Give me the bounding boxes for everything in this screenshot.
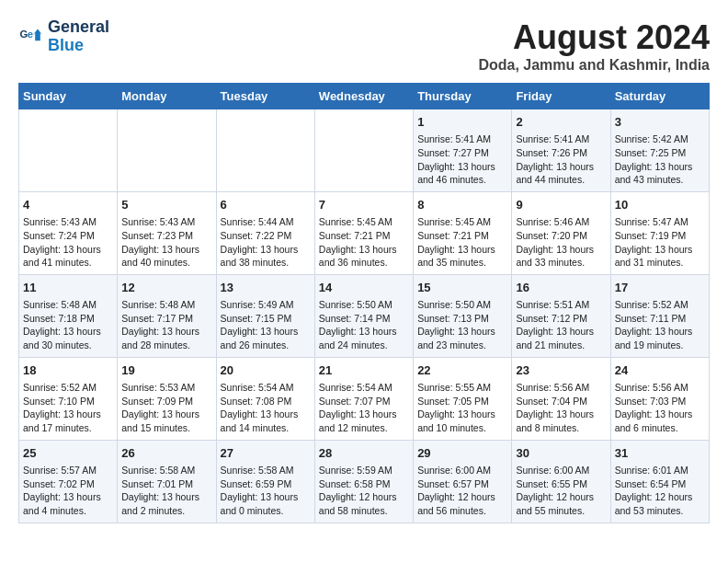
day-number: 12 bbox=[121, 280, 211, 296]
day-cell: 4Sunrise: 5:43 AM Sunset: 7:24 PM Daylig… bbox=[19, 191, 118, 274]
day-cell: 27Sunrise: 5:58 AM Sunset: 6:59 PM Dayli… bbox=[216, 440, 314, 523]
day-info: Sunrise: 5:52 AM Sunset: 7:10 PM Dayligh… bbox=[23, 381, 113, 435]
day-number: 10 bbox=[615, 197, 705, 213]
day-info: Sunrise: 5:51 AM Sunset: 7:12 PM Dayligh… bbox=[516, 298, 606, 352]
day-info: Sunrise: 5:48 AM Sunset: 7:17 PM Dayligh… bbox=[121, 298, 211, 352]
day-cell bbox=[314, 109, 413, 192]
day-number: 8 bbox=[417, 197, 507, 213]
day-cell: 6Sunrise: 5:44 AM Sunset: 7:22 PM Daylig… bbox=[216, 191, 314, 274]
day-cell: 20Sunrise: 5:54 AM Sunset: 7:08 PM Dayli… bbox=[216, 357, 314, 440]
day-info: Sunrise: 5:58 AM Sunset: 6:59 PM Dayligh… bbox=[221, 464, 311, 518]
week-row-5: 25Sunrise: 5:57 AM Sunset: 7:02 PM Dayli… bbox=[19, 440, 710, 523]
day-info: Sunrise: 5:41 AM Sunset: 7:27 PM Dayligh… bbox=[417, 132, 507, 187]
day-cell: 3Sunrise: 5:42 AM Sunset: 7:25 PM Daylig… bbox=[610, 109, 709, 192]
svg-marker-2 bbox=[32, 29, 42, 40]
day-cell: 16Sunrise: 5:51 AM Sunset: 7:12 PM Dayli… bbox=[512, 274, 610, 357]
day-info: Sunrise: 5:56 AM Sunset: 7:04 PM Dayligh… bbox=[516, 381, 606, 435]
week-row-4: 18Sunrise: 5:52 AM Sunset: 7:10 PM Dayli… bbox=[19, 357, 710, 440]
day-cell: 24Sunrise: 5:56 AM Sunset: 7:03 PM Dayli… bbox=[610, 357, 709, 440]
day-number: 14 bbox=[319, 280, 409, 296]
header-day-friday: Friday bbox=[512, 84, 610, 109]
day-info: Sunrise: 5:52 AM Sunset: 7:11 PM Dayligh… bbox=[615, 298, 705, 352]
day-number: 16 bbox=[516, 280, 606, 296]
logo: G e General Blue bbox=[18, 18, 109, 55]
day-cell bbox=[19, 109, 118, 192]
subtitle: Doda, Jammu and Kashmir, India bbox=[478, 57, 710, 74]
day-cell: 10Sunrise: 5:47 AM Sunset: 7:19 PM Dayli… bbox=[610, 191, 709, 274]
day-cell: 13Sunrise: 5:49 AM Sunset: 7:15 PM Dayli… bbox=[216, 274, 314, 357]
day-info: Sunrise: 5:43 AM Sunset: 7:23 PM Dayligh… bbox=[121, 215, 211, 270]
day-number: 6 bbox=[221, 197, 311, 213]
day-number: 24 bbox=[615, 362, 705, 379]
svg-text:G: G bbox=[19, 29, 28, 40]
day-number: 29 bbox=[417, 445, 507, 462]
day-info: Sunrise: 5:50 AM Sunset: 7:14 PM Dayligh… bbox=[319, 298, 409, 352]
day-number: 2 bbox=[516, 114, 606, 131]
day-cell: 9Sunrise: 5:46 AM Sunset: 7:20 PM Daylig… bbox=[512, 191, 610, 274]
day-info: Sunrise: 5:57 AM Sunset: 7:02 PM Dayligh… bbox=[23, 464, 113, 518]
day-cell: 1Sunrise: 5:41 AM Sunset: 7:27 PM Daylig… bbox=[414, 109, 512, 192]
day-info: Sunrise: 5:41 AM Sunset: 7:26 PM Dayligh… bbox=[516, 132, 606, 187]
header-row: SundayMondayTuesdayWednesdayThursdayFrid… bbox=[19, 84, 710, 109]
day-number: 27 bbox=[221, 445, 311, 462]
logo-icon: G e bbox=[18, 24, 44, 50]
day-cell bbox=[118, 109, 216, 192]
day-info: Sunrise: 5:45 AM Sunset: 7:21 PM Dayligh… bbox=[319, 215, 409, 270]
day-cell: 5Sunrise: 5:43 AM Sunset: 7:23 PM Daylig… bbox=[118, 191, 216, 274]
day-number: 25 bbox=[23, 445, 113, 462]
day-number: 18 bbox=[23, 362, 113, 379]
day-number: 30 bbox=[516, 445, 606, 462]
header-day-tuesday: Tuesday bbox=[216, 84, 314, 109]
day-info: Sunrise: 6:00 AM Sunset: 6:55 PM Dayligh… bbox=[516, 464, 606, 518]
main-title: August 2024 bbox=[478, 18, 710, 57]
day-number: 3 bbox=[615, 114, 705, 131]
header: G e General Blue August 2024 Doda, Jammu… bbox=[18, 18, 710, 74]
header-day-sunday: Sunday bbox=[19, 84, 118, 109]
header-day-wednesday: Wednesday bbox=[314, 84, 413, 109]
day-info: Sunrise: 6:01 AM Sunset: 6:54 PM Dayligh… bbox=[615, 464, 705, 518]
day-info: Sunrise: 5:46 AM Sunset: 7:20 PM Dayligh… bbox=[516, 215, 606, 270]
day-info: Sunrise: 5:53 AM Sunset: 7:09 PM Dayligh… bbox=[121, 381, 211, 435]
day-info: Sunrise: 5:54 AM Sunset: 7:07 PM Dayligh… bbox=[319, 381, 409, 435]
day-number: 17 bbox=[615, 280, 705, 296]
day-cell: 25Sunrise: 5:57 AM Sunset: 7:02 PM Dayli… bbox=[19, 440, 118, 523]
logo-text-line1: General bbox=[48, 18, 109, 37]
day-number: 19 bbox=[121, 362, 211, 379]
day-number: 13 bbox=[221, 280, 311, 296]
day-info: Sunrise: 5:47 AM Sunset: 7:19 PM Dayligh… bbox=[615, 215, 705, 270]
day-number: 5 bbox=[121, 197, 211, 213]
day-info: Sunrise: 5:49 AM Sunset: 7:15 PM Dayligh… bbox=[221, 298, 311, 352]
day-cell: 7Sunrise: 5:45 AM Sunset: 7:21 PM Daylig… bbox=[314, 191, 413, 274]
day-cell: 26Sunrise: 5:58 AM Sunset: 7:01 PM Dayli… bbox=[118, 440, 216, 523]
day-cell: 11Sunrise: 5:48 AM Sunset: 7:18 PM Dayli… bbox=[19, 274, 118, 357]
day-cell: 23Sunrise: 5:56 AM Sunset: 7:04 PM Dayli… bbox=[512, 357, 610, 440]
day-cell bbox=[216, 109, 314, 192]
day-info: Sunrise: 5:43 AM Sunset: 7:24 PM Dayligh… bbox=[23, 215, 113, 270]
day-number: 11 bbox=[23, 280, 113, 296]
day-cell: 17Sunrise: 5:52 AM Sunset: 7:11 PM Dayli… bbox=[610, 274, 709, 357]
header-day-monday: Monday bbox=[118, 84, 216, 109]
day-number: 21 bbox=[319, 362, 409, 379]
day-cell: 30Sunrise: 6:00 AM Sunset: 6:55 PM Dayli… bbox=[512, 440, 610, 523]
day-info: Sunrise: 5:50 AM Sunset: 7:13 PM Dayligh… bbox=[417, 298, 507, 352]
day-info: Sunrise: 5:58 AM Sunset: 7:01 PM Dayligh… bbox=[121, 464, 211, 518]
day-number: 22 bbox=[417, 362, 507, 379]
day-cell: 18Sunrise: 5:52 AM Sunset: 7:10 PM Dayli… bbox=[19, 357, 118, 440]
day-cell: 8Sunrise: 5:45 AM Sunset: 7:21 PM Daylig… bbox=[414, 191, 512, 274]
day-info: Sunrise: 6:00 AM Sunset: 6:57 PM Dayligh… bbox=[417, 464, 507, 518]
week-row-1: 1Sunrise: 5:41 AM Sunset: 7:27 PM Daylig… bbox=[19, 109, 710, 192]
day-cell: 28Sunrise: 5:59 AM Sunset: 6:58 PM Dayli… bbox=[314, 440, 413, 523]
title-area: August 2024 Doda, Jammu and Kashmir, Ind… bbox=[478, 18, 710, 74]
day-cell: 12Sunrise: 5:48 AM Sunset: 7:17 PM Dayli… bbox=[118, 274, 216, 357]
day-info: Sunrise: 5:59 AM Sunset: 6:58 PM Dayligh… bbox=[319, 464, 409, 518]
day-cell: 29Sunrise: 6:00 AM Sunset: 6:57 PM Dayli… bbox=[414, 440, 512, 523]
day-cell: 31Sunrise: 6:01 AM Sunset: 6:54 PM Dayli… bbox=[610, 440, 709, 523]
day-number: 26 bbox=[121, 445, 211, 462]
day-cell: 2Sunrise: 5:41 AM Sunset: 7:26 PM Daylig… bbox=[512, 109, 610, 192]
logo-text-line2: Blue bbox=[48, 37, 109, 55]
day-number: 23 bbox=[516, 362, 606, 379]
calendar-table: SundayMondayTuesdayWednesdayThursdayFrid… bbox=[18, 83, 710, 523]
day-number: 20 bbox=[221, 362, 311, 379]
week-row-3: 11Sunrise: 5:48 AM Sunset: 7:18 PM Dayli… bbox=[19, 274, 710, 357]
day-number: 31 bbox=[615, 445, 705, 462]
